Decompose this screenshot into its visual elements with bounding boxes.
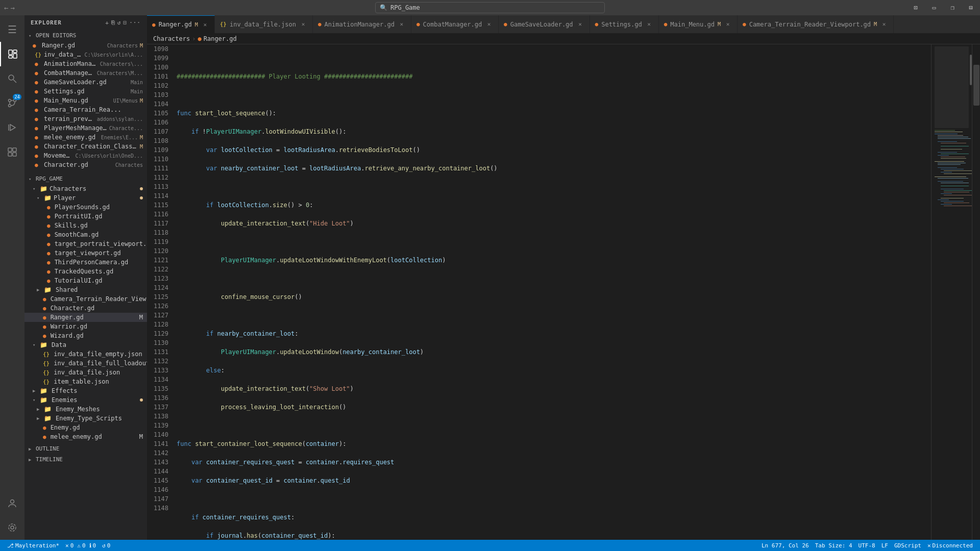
tab-anim-close[interactable]: ✕ — [398, 20, 406, 29]
tree-inv-file[interactable]: {}inv_data_file.json — [24, 368, 147, 377]
tree-charactergd[interactable]: ●Character.gd — [24, 304, 147, 313]
status-errors[interactable]: ✕ 0 ⚠ 0 ℹ 0 — [62, 542, 99, 549]
tree-playersounds[interactable]: ●PlayerSounds.gd — [24, 203, 147, 212]
status-tab-size[interactable]: Tab Size: 4 — [812, 542, 855, 549]
tab-mainmenu-close[interactable]: ✕ — [724, 20, 732, 29]
tree-item-table[interactable]: {}item_table.json — [24, 377, 147, 386]
refresh-icon[interactable]: ↺ — [117, 19, 121, 26]
layout-icon[interactable]: ⊡ — [906, 0, 925, 15]
status-language[interactable]: GDScript — [891, 542, 924, 549]
tree-enemy-type-scripts[interactable]: ▶ 📁 Enemy_Type_Scripts — [24, 414, 147, 423]
tree-warrior[interactable]: ●Warrior.gd — [24, 322, 147, 331]
tree-enemies[interactable]: ▾ 📁 Enemies — [24, 395, 147, 405]
split-icon[interactable]: ⊟ — [962, 0, 980, 15]
maximize-icon[interactable]: ❐ — [943, 0, 962, 15]
activity-extensions[interactable] — [0, 140, 24, 164]
activity-explorer[interactable] — [0, 42, 24, 66]
open-file-player-mesh[interactable]: ● PlayerMeshManager.gd Characte... — [24, 123, 147, 133]
tree-smoothcam[interactable]: ●SmoothCam.gd — [24, 230, 147, 239]
tree-inv-full[interactable]: {}inv_data_file_full_loadout.json — [24, 359, 147, 368]
minimap-scroll-thumb[interactable] — [970, 55, 972, 85]
tab-camera[interactable]: ● Camera_Terrain_Reader_Viewport.gd M ✕ — [738, 15, 894, 33]
tree-enemygd[interactable]: ●Enemy.gd — [24, 423, 147, 432]
tab-ranger-close[interactable]: ✕ — [201, 20, 209, 29]
activity-accounts[interactable] — [0, 491, 24, 515]
breadcrumb-part1[interactable]: Characters — [153, 35, 190, 42]
tab-settings[interactable]: ● Settings.gd ✕ — [590, 15, 659, 33]
open-file-anim[interactable]: ● AnimationManager.gd Characters\... — [24, 59, 147, 68]
tab-ranger[interactable]: ● Ranger.gd M ✕ — [147, 15, 215, 33]
minimap-scrollbar[interactable] — [970, 44, 972, 540]
tab-combat[interactable]: ● CombatManager.gd ✕ — [411, 15, 499, 33]
tree-effects[interactable]: ▶ 📁 Effects — [24, 386, 147, 395]
open-file-save[interactable]: ● GameSaveLoader.gd Main — [24, 78, 147, 87]
open-file-combat[interactable]: ● CombatManager.gd Characters\M... — [24, 68, 147, 78]
tree-portraitui[interactable]: ●PortraitUI.gd — [24, 212, 147, 221]
tree-enemy-meshes[interactable]: ▶ 📁 Enemy_Meshes — [24, 405, 147, 414]
code-content[interactable]: ######################## Player Looting … — [173, 44, 931, 540]
code-editor[interactable]: 1098 1099 1100 1101 1102 1103 1104 1105 … — [147, 44, 931, 540]
status-position[interactable]: Ln 677, Col 26 — [758, 542, 812, 549]
open-file-ranger[interactable]: ● Ranger.gd Characters M — [24, 41, 147, 50]
nav-back-button[interactable]: ← — [4, 4, 8, 12]
tree-tracked[interactable]: ●TrackedQuests.gd — [24, 267, 147, 276]
activity-run[interactable] — [0, 115, 24, 140]
tab-camera-close[interactable]: ✕ — [880, 20, 888, 29]
new-file-icon[interactable]: + — [105, 19, 109, 26]
activity-settings[interactable] — [0, 515, 24, 540]
open-file-char-creation[interactable]: ● Character_Creation_Class_S... M — [24, 142, 147, 151]
tree-skills[interactable]: ●Skills.gd — [24, 221, 147, 230]
status-branch[interactable]: ⎇ Maylteration* — [4, 542, 62, 549]
tree-tutorialui[interactable]: ●TutorialUI.gd — [24, 276, 147, 285]
breadcrumb-part2[interactable]: Ranger.gd — [204, 35, 237, 42]
tree-shared[interactable]: ▶ 📁 Shared — [24, 285, 147, 294]
open-file-mainmenu[interactable]: ● Main_Menu.gd UI\Menus M — [24, 96, 147, 105]
tree-target-portrait[interactable]: ●target_portrait_viewport.gd — [24, 239, 147, 248]
window-controls[interactable]: ⊡ ▭ ❐ ⊟ — [906, 0, 980, 15]
open-file-melee[interactable]: ● melee_enemy.gd Enemies\E... M — [24, 133, 147, 142]
tree-thirdperson[interactable]: ●ThirdPersonCamera.gd — [24, 258, 147, 267]
search-bar[interactable]: 🔍 RPG_Game — [375, 2, 605, 13]
tab-mainmenu[interactable]: ● Main_Menu.gd M ✕ — [659, 15, 738, 33]
nav-forward-button[interactable]: → — [10, 4, 14, 12]
tree-characters[interactable]: ▾ 📁 Characters — [24, 184, 147, 193]
tree-inv-empty[interactable]: {}inv_data_file_empty.json — [24, 349, 147, 359]
minimize-icon[interactable]: ▭ — [925, 0, 943, 15]
more-options-icon[interactable]: ··· — [129, 19, 141, 26]
scroll-thumb[interactable] — [973, 65, 979, 106]
right-scrollbar[interactable] — [972, 44, 980, 540]
collapse-all-icon[interactable]: ⊟ — [124, 19, 128, 26]
tab-gamesave[interactable]: ● GameSaveLoader.gd ✕ — [499, 15, 590, 33]
tab-gamesave-close[interactable]: ✕ — [576, 20, 584, 29]
nav-buttons[interactable]: ← → — [4, 4, 15, 12]
tab-settings-close[interactable]: ✕ — [645, 20, 653, 29]
tab-combat-close[interactable]: ✕ — [485, 20, 493, 29]
outline-section[interactable]: ▶ OUTLINE — [24, 443, 147, 454]
open-file-inv[interactable]: {} inv_data_file.json C:\Users\orlin\A..… — [24, 50, 147, 59]
tree-rangergd[interactable]: ●Ranger.gdM — [24, 313, 147, 322]
tree-melee-enemy[interactable]: ●melee_enemy.gdM — [24, 432, 147, 441]
open-file-movement[interactable]: ● Movement.gd C:\Users\orlin\OneD... — [24, 151, 147, 160]
activity-source-control[interactable]: 24 — [0, 91, 24, 115]
status-line-ending[interactable]: LF — [878, 542, 891, 549]
open-file-settings[interactable]: ● Settings.gd Main — [24, 87, 147, 96]
tree-wizard[interactable]: ●Wizard.gd — [24, 331, 147, 340]
open-editors-section[interactable]: ▾ OPEN EDITORS — [24, 30, 147, 41]
tab-inv[interactable]: {} inv_data_file.json ✕ — [215, 15, 313, 33]
activity-search[interactable] — [0, 66, 24, 91]
status-sync[interactable]: ↺ 0 — [99, 542, 113, 549]
new-folder-icon[interactable]: ⎘ — [111, 19, 115, 26]
open-file-character[interactable]: ● Character.gd Charactes — [24, 160, 147, 169]
timeline-section[interactable]: ▶ TIMELINE — [24, 454, 147, 465]
tree-camera-reader[interactable]: ●Camera_Terrain_Reader_View...M — [24, 294, 147, 304]
status-encoding[interactable]: UTF-8 — [855, 542, 878, 549]
status-disconnected[interactable]: ✕ Disconnected — [924, 542, 976, 549]
open-file-camera[interactable]: ● Camera_Terrain_Rea... — [24, 105, 147, 114]
open-file-terrain[interactable]: ● terrain_preview.gd addons\sylan... — [24, 114, 147, 123]
tab-inv-close[interactable]: ✕ — [299, 20, 307, 29]
activity-menu[interactable]: ☰ — [0, 17, 24, 42]
tree-data[interactable]: ▾ 📁 Data — [24, 340, 147, 349]
rpg-game-section[interactable]: ▾ RPG_GAME — [24, 173, 147, 184]
tree-target-viewport[interactable]: ●target_viewport.gd — [24, 248, 147, 258]
tab-anim[interactable]: ● AnimationManager.gd ✕ — [313, 15, 411, 33]
